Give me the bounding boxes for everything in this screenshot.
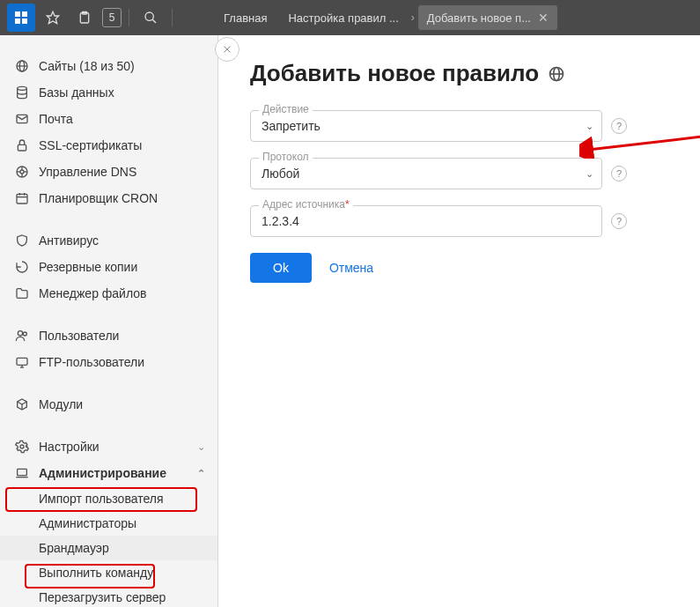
shield-icon [12,233,32,248]
sidebar-subitem-run-command[interactable]: Выполнить команду [0,560,217,585]
sidebar-subitem-admins[interactable]: Администраторы [0,511,217,536]
svg-rect-1 [22,11,27,17]
breadcrumb-rules[interactable]: Настройка правил ... [279,6,407,30]
sidebar-item-label: Базы данных [39,85,114,100]
logo-icon[interactable] [7,4,35,32]
breadcrumb-home[interactable]: Главная [215,6,276,30]
sidebar-item-label: Управление DNS [39,165,136,179]
main-content: Добавить новое правило Действие Запретит… [218,35,700,607]
folder-icon [12,285,32,301]
chevron-up-icon: ⌃ [197,468,205,479]
sidebar-item-administration[interactable]: Администрирование ⌃ [0,460,217,486]
help-icon[interactable]: ? [611,118,627,134]
svg-rect-0 [15,11,20,17]
field-label: Действие [259,103,313,115]
sidebar-item-label: Почта [39,112,73,126]
svg-line-32 [18,402,22,404]
divider [129,9,129,26]
sidebar-item-modules[interactable]: Модули [0,391,217,418]
field-label: Адрес источника* [259,198,353,211]
page-title-text: Добавить новое правило [250,60,539,87]
search-icon[interactable] [136,4,165,32]
action-select[interactable]: Действие Запретить ⌄ [250,110,602,142]
sidebar-item-mail[interactable]: Почта [0,106,217,132]
sidebar-item-ftpusers[interactable]: FTP-пользователи [0,349,217,375]
help-icon[interactable]: ? [611,166,627,181]
sidebar-item-databases[interactable]: Базы данных [0,79,217,106]
star-icon[interactable] [39,4,67,32]
globe-icon [548,65,565,83]
protocol-select[interactable]: Протокол Любой ⌄ [250,158,602,189]
sidebar-item-label: SSL-сертификаты [39,138,142,152]
breadcrumb: Главная Настройка правил ... › Добавить … [215,5,557,30]
svg-rect-14 [18,144,26,151]
sidebar-item-label: Администрирование [39,466,166,480]
sidebar-item-label: Менеджер файлов [39,286,147,300]
sidebar-item-label: Планировщик CRON [39,191,158,205]
sidebar-item-label: Сайты (18 из 50) [39,59,135,73]
chevron-down-icon: ⌄ [197,441,205,453]
sidebar-item-sites[interactable]: Сайты (18 из 50) [0,53,217,79]
sidebar-item-backups[interactable]: Резервные копии [0,254,217,280]
svg-point-7 [145,12,153,20]
laptop-icon [12,465,32,481]
sidebar-subitem-reboot[interactable]: Перезагрузить сервер [0,585,217,607]
breadcrumb-add-rule[interactable]: Добавить новое п... ✕ [418,5,557,30]
help-icon[interactable]: ? [611,213,627,229]
collapse-sidebar-button[interactable] [215,37,239,62]
svg-point-16 [20,170,24,174]
dns-icon [12,164,32,180]
svg-line-30 [22,402,26,404]
users-icon [12,328,32,344]
gear-icon [12,439,32,455]
calendar-icon [12,190,32,206]
sidebar-item-label: Настройки [39,440,99,454]
close-icon[interactable]: ✕ [538,11,549,25]
sidebar: Сайты (18 из 50) Базы данных Почта SSL-с… [0,35,218,607]
svg-rect-2 [15,19,20,24]
source-address-field[interactable]: Адрес источника* [250,205,602,237]
sidebar-item-cron[interactable]: Планировщик CRON [0,185,217,211]
field-label: Протокол [259,151,313,163]
sidebar-item-label: Резервные копии [39,260,137,274]
svg-point-33 [20,445,24,448]
sidebar-item-settings[interactable]: Настройки ⌄ [0,433,217,460]
clipboard-icon[interactable] [70,4,99,32]
breadcrumb-label: Добавить новое п... [427,11,531,25]
module-icon [12,396,32,412]
svg-rect-34 [18,469,27,475]
svg-rect-21 [17,194,27,204]
sidebar-subitem-firewall[interactable]: Брандмауэр [0,536,217,560]
mail-icon [12,111,32,127]
divider [172,9,173,26]
cancel-button[interactable]: Отмена [329,261,373,275]
ftp-icon [12,354,32,370]
counter-badge[interactable]: 5 [102,8,122,27]
database-icon [12,85,32,100]
lock-icon [12,137,32,153]
backup-icon [12,259,32,275]
chevron-right-icon: › [411,11,415,24]
sidebar-item-antivirus[interactable]: Антивирус [0,227,217,254]
page-title: Добавить новое правило [250,60,668,87]
sidebar-item-ssl[interactable]: SSL-сертификаты [0,132,217,159]
sidebar-item-label: FTP-пользователи [39,355,144,369]
sidebar-item-label: Модули [39,397,83,411]
svg-rect-27 [17,358,27,365]
sidebar-item-dns[interactable]: Управление DNS [0,159,217,185]
svg-point-26 [23,332,26,336]
svg-rect-3 [22,19,27,24]
sidebar-item-label: Пользователи [39,329,119,343]
sidebar-item-users[interactable]: Пользователи [0,322,217,349]
svg-line-8 [152,19,156,23]
svg-point-12 [18,86,27,90]
ok-button[interactable]: Ok [250,253,312,283]
svg-marker-4 [47,11,58,23]
sidebar-subitem-import-user[interactable]: Импорт пользователя [0,486,217,511]
svg-point-25 [18,331,22,336]
globe-icon [12,58,32,74]
sidebar-item-filemanager[interactable]: Менеджер файлов [0,280,217,307]
topbar: 5 Главная Настройка правил ... › Добавит… [0,0,700,35]
sidebar-item-label: Антивирус [39,233,99,248]
